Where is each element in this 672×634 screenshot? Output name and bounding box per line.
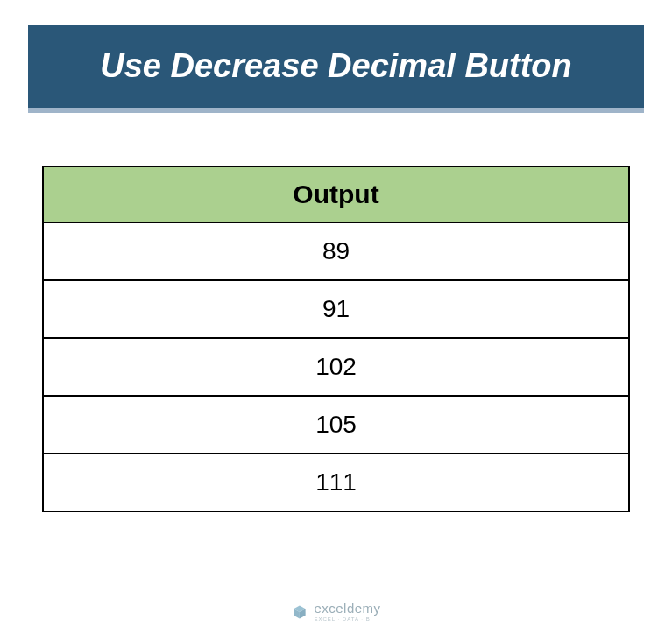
output-table: Output 89 91 102 105 111 [42,166,630,512]
table-header-row: Output [43,166,629,222]
table-row: 111 [43,454,629,511]
output-cell: 111 [43,454,629,511]
page-title: Use Decrease Decimal Button [100,47,572,84]
table-row: 91 [43,280,629,338]
output-cell: 105 [43,396,629,454]
table-row: 105 [43,396,629,454]
table-row: 102 [43,338,629,396]
table-row: 89 [43,222,629,280]
output-cell: 102 [43,338,629,396]
page-title-banner: Use Decrease Decimal Button [28,25,644,113]
output-cell: 89 [43,222,629,280]
cube-icon [291,604,307,620]
watermark-main: exceldemy [314,602,380,615]
watermark-text: exceldemy EXCEL · DATA · BI [314,602,380,622]
watermark: exceldemy EXCEL · DATA · BI [291,602,380,622]
output-table-container: Output 89 91 102 105 111 [42,166,630,512]
watermark-sub: EXCEL · DATA · BI [314,616,380,622]
column-header-output: Output [43,166,629,222]
output-cell: 91 [43,280,629,338]
